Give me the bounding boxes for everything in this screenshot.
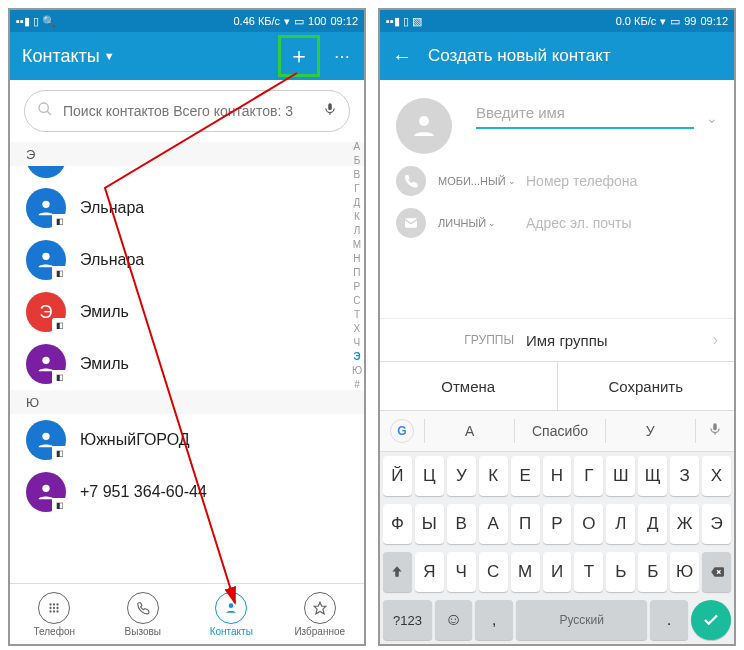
svg-rect-21 [713,423,717,430]
key-123[interactable]: ?123 [383,600,432,640]
index-letter[interactable]: Х [354,322,361,336]
key-letter[interactable]: Е [511,456,540,496]
search-input[interactable] [61,102,317,120]
index-letter[interactable]: С [353,294,360,308]
avatar-placeholder[interactable] [396,98,452,154]
key-letter[interactable]: Ц [415,456,444,496]
key-letter[interactable]: У [447,456,476,496]
mic-icon[interactable] [323,100,337,122]
key-letter[interactable]: Ш [606,456,635,496]
key-letter[interactable]: Ы [415,504,444,544]
nav-contacts[interactable]: Контакты [187,584,276,644]
group-row[interactable]: ГРУППЫ Имя группы › [380,318,734,361]
key-letter[interactable]: Ж [670,504,699,544]
back-button[interactable]: ← [392,45,412,68]
save-button[interactable]: Сохранить [558,362,735,410]
contact-row[interactable]: Э◧Эмиль [10,286,364,338]
contact-row[interactable]: ◧Эмиль [10,338,364,390]
nav-calls[interactable]: Вызовы [99,584,188,644]
key-shift[interactable] [383,552,412,592]
index-letter[interactable]: # [354,378,360,392]
phone-right-new-contact: ▪▪▮▯▧ 0.0 КБ/с▾▭9909:12 ← Создать новый … [378,8,736,646]
add-contact-button[interactable]: ＋ [278,35,320,77]
index-letter[interactable]: В [354,168,361,182]
index-letter[interactable]: Ч [354,336,361,350]
index-letter[interactable]: Т [354,308,360,322]
index-letter[interactable]: Э [353,350,360,364]
voice-input-icon[interactable] [708,420,722,442]
suggestion[interactable]: У [606,423,695,439]
key-letter[interactable]: С [479,552,508,592]
index-letter[interactable]: Г [354,182,359,196]
index-letter[interactable]: Д [354,196,361,210]
expand-name-icon[interactable]: ⌄ [706,110,718,126]
key-letter[interactable]: Т [574,552,603,592]
key-letter[interactable]: Ч [447,552,476,592]
key-letter[interactable]: А [479,504,508,544]
key-letter[interactable]: Ф [383,504,412,544]
key-letter[interactable]: И [543,552,572,592]
suggestion[interactable]: А [425,423,514,439]
alpha-index[interactable]: АБВГДКЛМНПРСТХЧЭЮ# [352,142,362,392]
index-letter[interactable]: П [353,266,360,280]
key-letter[interactable]: Я [415,552,444,592]
index-letter[interactable]: М [353,238,361,252]
nav-telephone[interactable]: Телефон [10,584,99,644]
key-period[interactable]: . [650,600,688,640]
phone-input[interactable]: Номер телефона [526,167,718,195]
email-input[interactable]: Адрес эл. почты [526,209,718,237]
key-backspace[interactable] [702,552,731,592]
index-letter[interactable]: Ю [352,364,362,378]
svg-point-12 [53,606,55,608]
more-menu-button[interactable]: ⋯ [334,47,352,66]
key-letter[interactable]: Ь [606,552,635,592]
key-letter[interactable]: О [574,504,603,544]
key-letter[interactable]: Г [574,456,603,496]
key-letter[interactable]: Б [638,552,667,592]
key-emoji[interactable]: ☺ [435,600,473,640]
key-letter[interactable]: М [511,552,540,592]
avatar: ◧ [26,472,66,512]
key-letter[interactable]: К [479,456,508,496]
index-letter[interactable]: А [354,142,361,154]
index-letter[interactable]: Л [354,224,361,238]
google-icon[interactable]: G [390,419,414,443]
key-letter[interactable]: Э [702,504,731,544]
key-letter[interactable]: Щ [638,456,667,496]
key-letter[interactable]: З [670,456,699,496]
contact-row[interactable]: ◧Эльнара [10,234,364,286]
suggestion[interactable]: Спасибо [515,423,604,439]
key-letter[interactable]: Ю [670,552,699,592]
key-letter[interactable]: Й [383,456,412,496]
index-letter[interactable]: К [354,210,360,224]
page-title[interactable]: Контакты [22,46,100,67]
svg-point-4 [42,253,49,260]
key-letter[interactable]: Д [638,504,667,544]
email-type-dropdown[interactable]: ЛИЧНЫЙ⌄ [438,217,514,229]
page-title: Создать новый контакт [428,46,611,66]
key-letter[interactable]: Н [543,456,572,496]
chevron-down-icon[interactable]: ▼ [104,50,115,62]
star-icon [304,592,336,624]
index-letter[interactable]: Н [353,252,360,266]
key-letter[interactable]: П [511,504,540,544]
key-letter[interactable]: Х [702,456,731,496]
contact-row[interactable]: ◧+7 951 364-60-44 [10,466,364,518]
index-letter[interactable]: Б [354,154,361,168]
clock: 09:12 [700,15,728,27]
list-scroll[interactable]: Э ◧Эльнара ◧Эльнара Э◧Эмиль ◧Эмиль Ю ◧Юж… [10,142,364,583]
key-letter[interactable]: Р [543,504,572,544]
contact-row[interactable]: ◧ЮжныйГОРОД [10,414,364,466]
key-space[interactable]: Русский [516,600,647,640]
nav-favorites[interactable]: Избранное [276,584,365,644]
name-input[interactable]: Введите имя [476,104,694,129]
index-letter[interactable]: Р [354,280,361,294]
search-box[interactable] [24,90,350,132]
key-letter[interactable]: В [447,504,476,544]
cancel-button[interactable]: Отмена [380,362,558,410]
contact-row[interactable]: ◧Эльнара [10,182,364,234]
phone-type-dropdown[interactable]: МОБИ...НЫЙ⌄ [438,175,514,187]
key-enter[interactable] [691,600,731,640]
key-letter[interactable]: Л [606,504,635,544]
key-comma[interactable]: , [475,600,513,640]
